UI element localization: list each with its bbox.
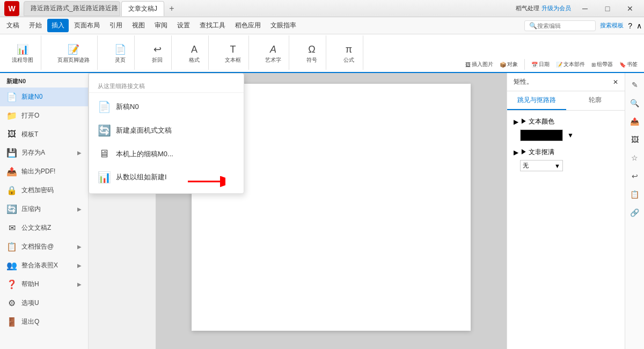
sidebar-item-official[interactable]: ✉ 公文文稿Z [0,219,88,237]
far-right-image-icon[interactable]: 🖼 [627,132,642,147]
ribbon-group-flow: 📊 流程导图 [4,35,41,70]
help-icon2: ❓ [6,279,17,289]
menu-layout[interactable]: 页面布局 [70,19,104,32]
sidebar-item-exit[interactable]: 🚪 退出Q [0,312,88,331]
menu-start[interactable]: 开始 [25,19,46,32]
insert-picture-btn[interactable]: 🖼 插入图片 [463,60,495,69]
right-tab-view[interactable]: 跳见与抠路路 [507,91,566,110]
sidebar-item-options[interactable]: ⚙ 选项U [0,294,88,312]
far-right-star-icon[interactable]: ☆ [627,150,642,165]
textbox-label: 文本框 [225,56,241,64]
text-color-toggle[interactable]: ▶ ▶ 文本颜色 [514,117,618,126]
outline-select[interactable]: 无 ▼ [520,160,563,171]
minimize-button[interactable]: ─ [575,2,595,15]
sidebar-item-merge[interactable]: 👥 整合洛表照X ▶ [0,256,88,275]
far-right-upload-icon[interactable]: 📤 [627,114,642,129]
help-icon[interactable]: ? [628,21,632,30]
grouper-btn[interactable]: ⊞ 组帶器 [589,60,615,69]
ribbon-btn-symbol[interactable]: Ω 符号 [302,42,321,66]
far-right-clipboard-icon[interactable]: 📋 [627,187,642,202]
ribbon-group-header: 📝 页眉页脚迹路 [50,35,98,70]
menu-review[interactable]: 审阅 [150,19,172,32]
outline-value: 无 [523,162,529,170]
formula-icon: π [346,44,352,55]
far-right-undo-icon[interactable]: ↩ [627,169,642,184]
sidebar-item-open[interactable]: 📁 打开O [0,106,88,125]
upgrade-link[interactable]: 升级为会员 [541,4,571,12]
dropdown-item-new[interactable]: 📄 新稿N0 [89,95,244,119]
search-template[interactable]: 搜索模板 [600,21,624,30]
local-icon: 🖥 [98,148,111,160]
tab-2[interactable]: 文章文稿J [121,1,164,16]
dropdown-item-local[interactable]: 🖥 本机上的细稿M0... [89,142,244,165]
compress-icon: 🔄 [6,204,17,214]
report-icon: 📋 [6,242,17,252]
dui-xiang-btn[interactable]: 📦 对象 [497,60,520,69]
sidebar-item-help[interactable]: ❓ 帮助H ▶ [0,275,88,294]
bookmark-btn[interactable]: 🔖 书签 [617,60,640,69]
outline-picker-area: 无 ▼ [520,160,618,171]
dui-xiang-icon: 📦 [500,62,506,68]
open-icon: 📁 [6,111,17,121]
ribbon-btn-art[interactable]: A 艺术字 [262,42,284,66]
dropdown-arrow[interactable]: ▼ [567,132,574,139]
far-right-edit-icon[interactable]: ✎ [627,77,642,92]
expand-icon[interactable]: ∧ [636,21,642,30]
menu-ref[interactable]: 引用 [105,19,127,32]
dropdown-header: 从这里细路接文稿 [89,78,244,93]
maximize-button[interactable]: □ [598,2,617,15]
ribbon-btn-format[interactable]: A 格式 [185,42,204,66]
header-label: 页眉页脚迹路 [57,56,90,64]
sidebar-item-pdf[interactable]: 📤 输出为PDF! [0,162,88,181]
outline-dropdown-icon: ▼ [554,163,560,169]
ribbon-btn-formula[interactable]: π 公式 [339,42,358,66]
ribbon-group-symbol: Ω 符号 [298,35,326,70]
ribbon-btn-page[interactable]: 📄 灵页 [111,41,130,66]
menu-settings[interactable]: 设置 [173,19,194,32]
tab-1[interactable]: 路近路近路式_路近路近路近路 [24,1,120,16]
date-btn[interactable]: 📅 日期 [529,60,552,69]
sidebar-item-template[interactable]: 🖼 模板T [0,125,88,143]
menu-insert[interactable]: 插入 [47,19,69,32]
ribbon-btn-textbox[interactable]: T 文本框 [222,42,244,66]
sidebar-item-new[interactable]: 📄 新建N0 [0,88,88,106]
menu-find[interactable]: 查找工具 [195,19,230,32]
sidebar-header: 新建N0 [0,73,88,88]
header-icon: 📝 [68,43,79,55]
left-sidebar: 新建N0 📄 新建N0 📁 打开O 🖼 模板T 💾 另存为A ▶ 📤 输出为PD… [0,73,89,349]
menu-view[interactable]: 视图 [128,19,149,32]
ribbon-btn-header[interactable]: 📝 页眉页脚迹路 [54,41,93,66]
ribbon-btn-fold[interactable]: ↩ 折回 [148,41,167,66]
sidebar-item-compress[interactable]: 🔄 压缩内 ▶ [0,200,88,219]
official-icon: ✉ [6,223,17,233]
menu-doc[interactable]: 文眼指率 [266,19,301,32]
merge-icon: 👥 [6,260,17,271]
sidebar-item-saveas[interactable]: 💾 另存为A ▶ [0,143,88,162]
ribbon-btn-flow[interactable]: 📊 流程导图 [9,41,36,66]
close-button[interactable]: ✕ [620,2,640,15]
text-part-btn[interactable]: 📝 文本部件 [554,60,587,69]
color-box[interactable] [520,129,563,141]
encrypt-icon: 🔒 [6,185,17,195]
text-color-label: ▶ 文本颜色 [521,117,554,126]
dropdown-item-new-format[interactable]: 🔄 新建桌面机式文稿 [89,119,244,142]
menu-bar: 文稿 开始 插入 页面布局 引用 视图 审阅 设置 查找工具 稻色应用 文眼指率… [0,17,644,34]
far-right-search-icon[interactable]: 🔍 [627,96,642,111]
far-right-link-icon[interactable]: 🔗 [627,205,642,220]
close-panel-icon[interactable]: ✕ [613,78,618,86]
color-picker-area: ▼ [520,129,618,141]
date-icon: 📅 [531,62,538,68]
tab-add-button[interactable]: + [165,2,178,15]
right-panel: 矩性。 ✕ 跳见与抠路路 轮廓 ▶ ▶ 文本颜色 ▼ [507,73,625,349]
sidebar-item-report[interactable]: 📋 文档报告@ ▶ [0,237,88,256]
search-input[interactable] [537,23,591,29]
right-tab-outline[interactable]: 轮廓 [566,91,625,110]
sidebar-item-encrypt[interactable]: 🔒 文档加密码 [0,181,88,200]
title-tabs: 路近路近路式_路近路近路近路 文章文稿J + [24,1,511,16]
app-logo: W [4,1,19,16]
menu-wengao[interactable]: 文稿 [2,19,24,32]
menu-color[interactable]: 稻色应用 [231,19,265,32]
far-right-bar: ✎ 🔍 📤 🖼 ☆ ↩ 📋 🔗 [625,73,644,349]
art-label: 艺术字 [265,56,281,64]
text-outline-toggle[interactable]: ▶ ▶ 文非抠满 [514,148,618,157]
